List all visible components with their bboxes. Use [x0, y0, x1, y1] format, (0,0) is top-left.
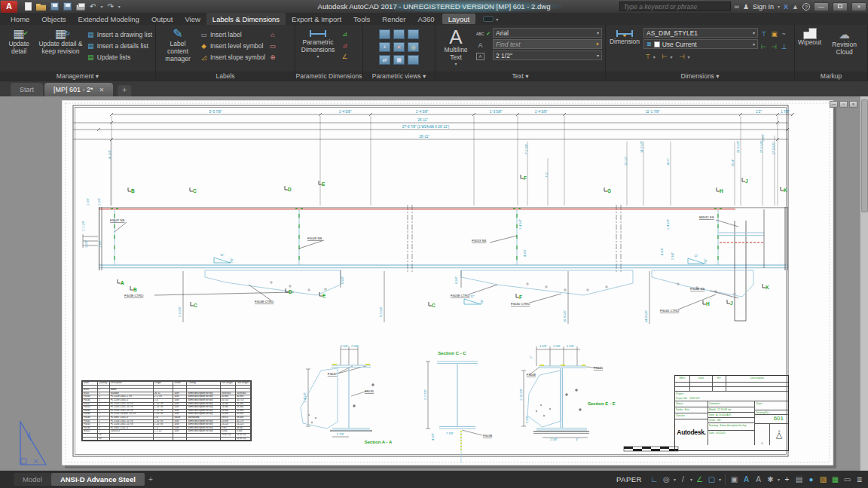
dim-layer-select[interactable]: ≣Use Current▾	[643, 39, 758, 49]
font-select[interactable]: Arial▾	[493, 28, 602, 38]
ribbon-display-caret-icon[interactable]: ▾	[496, 17, 498, 22]
find-text-input[interactable]: Find text✦	[493, 39, 602, 49]
tab-layout[interactable]: Layout	[442, 14, 476, 24]
dim-update-icon[interactable]: ⊢	[761, 43, 766, 50]
tab-export-import[interactable]: Export & Import	[286, 13, 347, 25]
app-logo-button[interactable]: A	[1, 1, 17, 13]
polar-tracking-icon[interactable]: /	[677, 473, 689, 486]
dim-adjust-icon[interactable]: ▣	[771, 30, 777, 38]
sign-in-caret-icon[interactable]: ▾	[778, 4, 780, 9]
file-tab-start[interactable]: Start	[11, 83, 43, 96]
panel-title-labels[interactable]: Labels	[156, 72, 295, 81]
view-move-icon[interactable]	[408, 29, 419, 39]
isometric-drafting-icon[interactable]: ◎	[661, 473, 672, 486]
scrollbar-thumb[interactable]	[861, 99, 868, 212]
panel-title-parametric-dimensions[interactable]: Parametric Dimensions	[295, 72, 362, 81]
view-copy-icon[interactable]	[393, 29, 405, 39]
new-drawing-tab-button[interactable]: +	[118, 85, 131, 96]
wipeout-button[interactable]: Wipeout	[798, 26, 821, 72]
tab-output[interactable]: Output	[145, 13, 179, 25]
close-button[interactable]: ×	[851, 2, 866, 11]
save-icon[interactable]	[50, 2, 59, 11]
tab-render[interactable]: Render	[376, 13, 411, 25]
redo-icon[interactable]: ↷	[107, 2, 113, 11]
insert-details-list-button[interactable]: ▤ Insert a details list	[87, 40, 152, 51]
undo-caret-icon[interactable]: ▾	[100, 4, 102, 9]
sign-in-button[interactable]: Sign In	[753, 3, 774, 11]
update-lists-button[interactable]: ▤ Update lists	[87, 51, 152, 63]
insert-level-symbol-button[interactable]: ◆ Insert level symbol	[200, 40, 265, 51]
quick-properties-icon[interactable]: ▤	[793, 473, 805, 486]
tab-tools[interactable]: Tools	[347, 13, 376, 25]
hardware-acceleration-icon[interactable]: ▦	[830, 473, 841, 486]
dim-baseline-button[interactable]: ⊢ ▾	[662, 53, 674, 60]
polar-caret-icon[interactable]: ▾	[690, 477, 692, 482]
update-detail-button[interactable]: ▦✔ Update detail	[3, 26, 35, 72]
qat-caret-icon[interactable]: ▾	[118, 4, 121, 9]
tab-labels-dimensions[interactable]: Labels & Dimensions	[206, 13, 286, 25]
isometric-caret-icon[interactable]: ▾	[674, 477, 676, 482]
drawing-restore-button[interactable]: ▫	[839, 101, 848, 108]
insert-label-button[interactable]: ▭ Insert label	[200, 29, 265, 40]
dimension-button[interactable]: ✱ Dimension	[609, 26, 640, 72]
vertical-scrollbar[interactable]	[860, 96, 868, 471]
revision-cloud-button[interactable]: ☁ Revision Cloud	[824, 26, 864, 72]
multiline-text-button[interactable]: A Multiline Text ▾	[439, 26, 473, 72]
drawing-close-button[interactable]: ×	[849, 101, 857, 108]
a360-icon[interactable]: ▲	[792, 3, 799, 11]
dim-linear-button[interactable]: ⊤ ▾	[645, 53, 656, 60]
param-dim-green-button[interactable]: ⊿	[341, 28, 349, 39]
panel-title-parametric-views[interactable]: Parametric views ▾	[363, 72, 435, 81]
param-dim-angle-button[interactable]: ∠	[341, 50, 349, 62]
customization-menu-icon[interactable]: ≡	[854, 473, 865, 486]
workspace-switching-icon[interactable]: ✱	[765, 473, 776, 486]
new-icon[interactable]	[25, 2, 32, 11]
dim-override-icon[interactable]: ⊣	[771, 43, 776, 50]
tab-objects[interactable]: Objects	[35, 13, 72, 25]
new-layout-button[interactable]: +	[145, 475, 157, 483]
axis-symbol-button[interactable]: ⊕	[268, 51, 277, 63]
drawing-canvas[interactable]: 5'-5 7/8" 1'-4 5/8" 1'-4 5/8" 1'-3 5/8" …	[0, 96, 868, 471]
text-frame-button[interactable]: A	[476, 50, 490, 62]
restore-button[interactable]	[833, 2, 848, 11]
insert-slope-symbol-button[interactable]: ◿ Insert slope symbol	[200, 51, 265, 63]
view-scale-icon[interactable]: ▦	[393, 55, 405, 65]
tab-view[interactable]: View	[179, 13, 206, 25]
dim-continue-button[interactable]: ⊣ ▾	[680, 53, 691, 60]
model-tab[interactable]: Model	[14, 473, 51, 486]
open-icon[interactable]	[36, 4, 46, 11]
dim-style-select[interactable]: AS_DIM_STYLE1▾	[643, 28, 758, 38]
exchange-apps-icon[interactable]: X	[784, 3, 788, 11]
view-new-icon[interactable]	[379, 29, 390, 39]
panel-title-dimensions[interactable]: Dimensions ▾	[606, 72, 794, 81]
insert-drawing-list-button[interactable]: ▤ Insert a drawing list	[87, 29, 152, 40]
check-spelling-button[interactable]: ABC✔	[476, 28, 490, 39]
level-symbol-alt-button[interactable]: ⌂	[268, 29, 277, 40]
label-frame-button[interactable]: ▭	[268, 40, 277, 51]
dim-jog-icon[interactable]: ~	[781, 30, 785, 38]
minimize-button[interactable]: —	[814, 2, 829, 11]
isolate-objects-icon[interactable]: ●	[805, 473, 817, 486]
media-toggle-icon[interactable]	[483, 16, 494, 22]
text-height-select[interactable]: 2 1/2"▾	[493, 50, 602, 60]
layout-tab[interactable]: ANSI-D Advance Steel	[51, 473, 145, 486]
snap-mode-icon[interactable]: ∟	[649, 473, 660, 486]
update-detail-keep-revision-button[interactable]: ▦↻ Update detail & keep revision	[38, 26, 84, 72]
annotation-scale-icon[interactable]: A	[753, 473, 764, 486]
view-find-icon[interactable]: ◎	[408, 42, 419, 52]
object-snap-tracking-icon[interactable]: ∠	[694, 473, 705, 486]
file-tab-document[interactable]: [MP] 601 - 2* ✕	[44, 83, 113, 96]
view-add-icon[interactable]: +	[379, 42, 390, 52]
tab-extended-modeling[interactable]: Extended Modeling	[72, 13, 145, 25]
file-tab-close-icon[interactable]: ✕	[99, 87, 105, 93]
plot-icon[interactable]	[76, 5, 85, 11]
help-icon[interactable]: ?	[802, 3, 810, 11]
autoscale-icon[interactable]: A	[741, 473, 752, 486]
paper-space-indicator[interactable]: PAPER	[616, 475, 642, 483]
clean-screen-icon[interactable]: ▭	[842, 473, 853, 486]
param-dim-red-button[interactable]: ⊿	[341, 39, 349, 50]
drawing-minimize-button[interactable]: —	[830, 101, 838, 108]
save-as-icon[interactable]	[63, 2, 72, 11]
parametric-dimensions-button[interactable]: Parametric Dimensions ▾	[298, 26, 338, 72]
object-snap-icon[interactable]: ▢	[706, 473, 717, 486]
